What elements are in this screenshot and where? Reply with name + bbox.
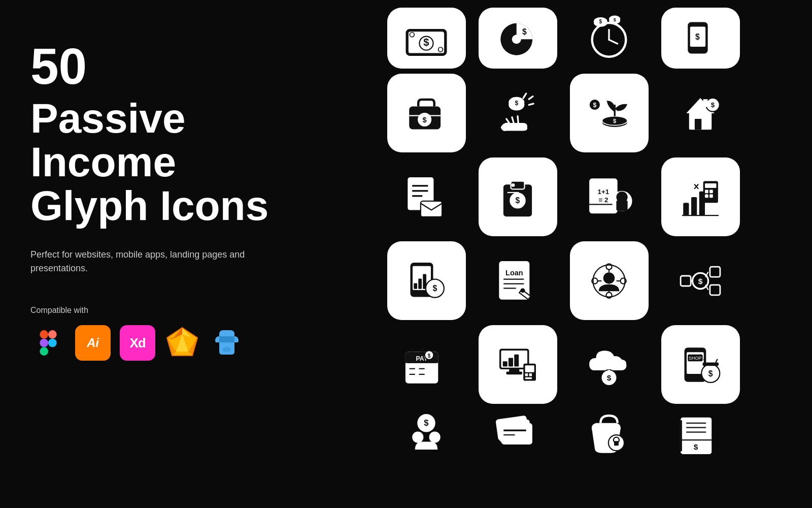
- svg-line-29: [609, 40, 618, 44]
- svg-text:$: $: [522, 27, 527, 36]
- svg-rect-165: [501, 423, 532, 444]
- icon-cell-3-4: [657, 157, 743, 236]
- icon-cell-5-1: PAY $: [383, 325, 469, 404]
- computer-chart-icon-box: [479, 325, 557, 404]
- mobile-shop-icon-box: SHOP $: [661, 325, 740, 404]
- svg-text:$: $: [516, 196, 520, 205]
- illustrator-icon: Ai: [75, 325, 111, 361]
- icon-cell-6-3: [566, 409, 652, 488]
- svg-line-46: [512, 117, 514, 122]
- clipboard-coin-icon-box: $: [479, 157, 557, 236]
- svg-point-161: [412, 431, 423, 442]
- svg-text:$: $: [607, 373, 612, 382]
- icon-cell-4-2: Loan: [475, 241, 561, 320]
- svg-rect-2: [40, 339, 48, 347]
- title-number: 50: [30, 41, 284, 91]
- icon-cell-2-4: $: [657, 74, 743, 152]
- dollar-person-icon: $: [387, 409, 466, 460]
- svg-rect-88: [699, 191, 705, 215]
- svg-rect-83: [709, 189, 713, 193]
- right-panel: $ $: [315, 0, 812, 508]
- svg-rect-62: [703, 99, 708, 107]
- svg-point-97: [420, 298, 424, 301]
- clock-coins-icon: $ $: [570, 8, 649, 69]
- svg-rect-170: [614, 441, 619, 446]
- svg-text:$: $: [599, 19, 602, 24]
- icon-cell-6-1: $: [383, 409, 469, 488]
- svg-text:$: $: [423, 116, 427, 124]
- icon-cell-1-4: $: [657, 0, 743, 69]
- left-panel: 50 Passive Income Glyph Icons Perfect fo…: [0, 0, 315, 508]
- svg-text:$: $: [515, 100, 518, 107]
- network-person-icon-box: [570, 241, 649, 320]
- svg-rect-0: [40, 330, 48, 339]
- icon-cell-5-2: [475, 325, 561, 404]
- svg-text:SHOP: SHOP: [689, 355, 702, 360]
- icon-cell-5-3: $: [566, 325, 652, 404]
- icon-cell-6-4: $: [657, 409, 743, 488]
- svg-point-162: [429, 431, 441, 442]
- plant-growth-icon-box: $ $: [570, 74, 649, 152]
- svg-text:= 2: = 2: [598, 196, 608, 204]
- app-icons-row: Ai Xd: [30, 325, 284, 361]
- svg-rect-92: [414, 283, 417, 289]
- icon-cell-5-4: SHOP $: [657, 325, 743, 404]
- icon-cell-3-3: 1+1 = 2: [566, 157, 652, 236]
- svg-point-4: [48, 339, 57, 347]
- svg-rect-59: [695, 119, 701, 130]
- svg-rect-1: [48, 330, 57, 339]
- icon-cell-4-1: $: [383, 241, 469, 320]
- payment-calendar-icon: PAY $: [387, 325, 466, 404]
- svg-point-39: [696, 55, 699, 58]
- icon-cell-2-3: $ $: [566, 74, 652, 152]
- figma-icon: [30, 325, 66, 361]
- svg-rect-156: [703, 362, 719, 366]
- svg-text:$: $: [428, 353, 431, 358]
- icon-cell-2-2: $: [475, 74, 561, 152]
- svg-rect-82: [705, 189, 708, 193]
- xd-icon: Xd: [120, 325, 155, 361]
- icon-cell-1-3: $ $: [566, 0, 652, 69]
- svg-point-70: [512, 183, 515, 187]
- house-dollar-icon: $: [661, 74, 740, 152]
- svg-text:$: $: [694, 442, 698, 451]
- cards-stack-icon: [479, 409, 557, 460]
- svg-rect-116: [710, 267, 720, 277]
- icon-cell-3-2: $: [475, 157, 561, 236]
- title-line3: Glyph Icons: [30, 182, 268, 229]
- svg-rect-140: [506, 371, 523, 374]
- cloud-dollar-icon: $: [570, 325, 649, 404]
- icon-cell-4-3: [566, 241, 652, 320]
- svg-rect-81: [705, 183, 717, 188]
- compatible-label: Compatible with: [30, 306, 284, 315]
- hand-coins-icon: $: [479, 74, 557, 152]
- svg-text:$: $: [593, 101, 596, 108]
- svg-rect-67: [421, 201, 442, 216]
- svg-text:$: $: [614, 17, 616, 22]
- svg-rect-138: [514, 354, 519, 366]
- mobile-chart-dollar-icon-box: $: [387, 241, 466, 320]
- icon-cell-3-1: [383, 157, 469, 236]
- svg-text:Loan: Loan: [505, 268, 523, 276]
- bar-chart-calc-icon-box: [661, 157, 740, 236]
- icon-cell-6-2: [475, 409, 561, 488]
- title-main: Passive Income Glyph Icons: [30, 97, 284, 228]
- svg-point-103: [521, 288, 525, 293]
- svg-rect-143: [525, 373, 528, 376]
- svg-text:$: $: [698, 276, 703, 285]
- accountant-formula-icon: 1+1 = 2: [570, 157, 649, 236]
- svg-rect-87: [691, 197, 697, 215]
- svg-rect-144: [529, 373, 532, 376]
- document-envelope-icon: [387, 157, 466, 236]
- svg-rect-84: [709, 194, 713, 198]
- svg-rect-142: [525, 365, 534, 372]
- loan-document-icon: Loan: [479, 241, 557, 320]
- icon-cell-1-2: $: [475, 0, 561, 69]
- icon-cell-2-1: $: [383, 74, 469, 152]
- mobile-transfer-icon-box: $: [661, 8, 740, 69]
- pie-chart-dollar-icon-box: $: [479, 8, 557, 69]
- svg-text:$: $: [708, 369, 713, 377]
- svg-line-158: [716, 359, 717, 362]
- svg-rect-93: [418, 278, 422, 289]
- svg-point-105: [603, 272, 615, 284]
